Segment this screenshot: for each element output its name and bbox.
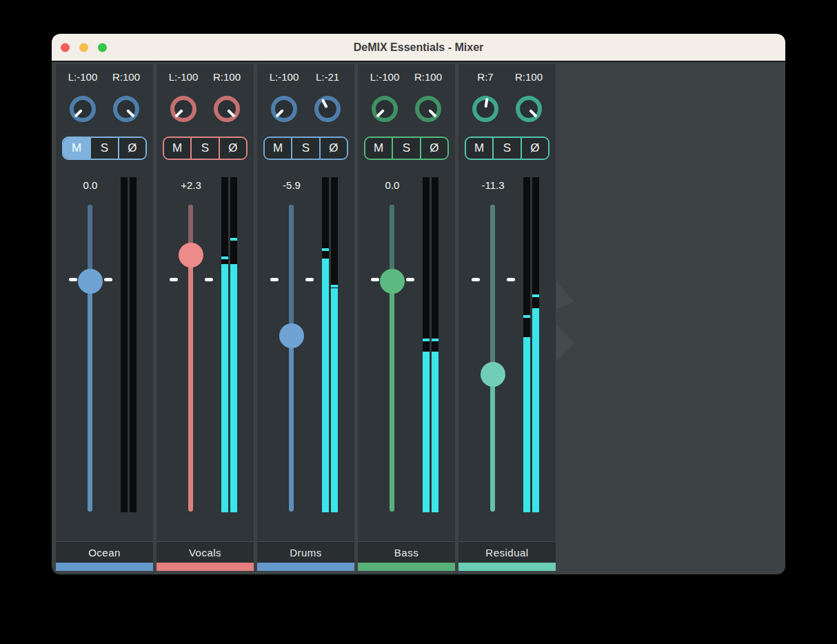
zero-db-tick-right [507,278,515,281]
knob-needle [310,91,345,126]
pan-left-value: L:-100 [260,71,308,83]
pan-knob-right[interactable] [113,96,139,122]
fader-handle[interactable] [279,323,304,348]
meter-left-peak [423,339,430,341]
channel-color-bar [458,563,556,571]
solo-button[interactable]: S [291,138,319,159]
mute-button[interactable]: M [365,138,392,159]
phase-button[interactable]: Ø [420,138,447,159]
channel-name: Bass [358,541,455,563]
meter-left [322,177,329,512]
channel-name: Vocals [157,541,254,563]
meter-right-peak [331,285,338,288]
meter-right [331,177,338,512]
gain-value: 0.0 [365,179,420,191]
zero-db-tick-left [69,278,77,281]
fader-handle[interactable] [78,269,103,294]
fader-handle[interactable] [481,362,505,387]
solo-button[interactable]: S [90,138,117,159]
meter-right-fill [432,352,438,512]
fader-track-upper [490,205,495,374]
fader-track[interactable] [390,205,394,512]
solo-button[interactable]: S [392,138,419,159]
mute-button[interactable]: M [466,138,492,159]
meter-right-fill [331,288,338,512]
level-meters [121,177,137,512]
pan-knob-right[interactable] [214,96,240,122]
gain-value: -11.3 [465,179,521,191]
pan-knob-left[interactable] [372,96,398,122]
zero-db-tick-left [270,278,279,281]
meter-right [532,177,539,512]
channel-name: Drums [257,541,354,563]
fader-track[interactable] [490,205,495,512]
pan-knob-left[interactable] [271,96,297,122]
zero-db-tick-right [205,278,213,281]
zero-db-tick-right [104,278,112,281]
meter-right [230,177,237,512]
strips: L:-100 R:100 M S Ø 0.0 [56,64,556,571]
level-meters [221,177,238,512]
fader-track[interactable] [289,205,294,512]
knob-needle [470,94,501,124]
pan-knob-left[interactable] [170,96,196,122]
traffic-lights [61,43,107,52]
pan-knob-right[interactable] [516,96,542,122]
pan-right-value: R:100 [404,71,452,83]
meter-right-fill [230,264,237,512]
channel-color-bar [257,563,354,571]
zoom-button[interactable] [98,43,107,52]
solo-button[interactable]: S [190,138,218,159]
gain-value: 0.0 [63,179,118,191]
phase-button[interactable]: Ø [521,138,548,159]
pan-left-value: R:7 [461,71,510,83]
solo-button[interactable]: S [492,138,520,159]
knob-needle [108,90,145,128]
pan-right-value: R:100 [505,71,553,83]
gain-value: -5.9 [264,179,319,191]
knob-needle [208,90,245,128]
channel-strip-vocals: L:-100 R:100 M S Ø +2.3 [157,64,254,571]
knob-needle [64,90,101,128]
meter-left-fill [523,337,530,512]
meter-left-fill [423,352,430,512]
pan-left-value: L:-100 [361,71,409,83]
zero-db-tick-right [406,278,414,281]
fader-track[interactable] [88,205,92,512]
meter-left [523,177,530,512]
pan-knob-left[interactable] [70,96,96,122]
meter-left-fill [221,264,228,512]
fader-handle[interactable] [179,243,203,268]
meter-left [121,177,128,512]
mute-button[interactable]: M [164,138,190,159]
pan-knob-right[interactable] [415,96,441,122]
channel-strip-residual: R:7 R:100 M S Ø -11.3 [458,64,556,571]
mute-solo-phase-group: M S Ø [465,137,549,160]
meter-right [432,177,438,512]
zero-db-tick-left [472,278,480,281]
phase-button[interactable]: Ø [118,138,145,159]
phase-button[interactable]: Ø [319,138,347,159]
gain-value: +2.3 [163,179,219,191]
pan-right-value: R:100 [203,71,251,83]
channel-color-bar [358,563,455,571]
app-window: DeMIX Essentials - Mixer L:-100 R:100 M … [52,34,785,574]
level-meters [423,177,439,512]
zero-db-tick-left [371,278,379,281]
mute-button[interactable]: M [265,138,291,159]
channel-strip-bass: L:-100 R:100 M S Ø 0.0 [358,64,455,571]
meter-left [221,177,228,512]
meter-left-peak [322,248,329,251]
pan-knob-left[interactable] [472,96,498,122]
channel-name: Residual [458,541,556,563]
mute-button[interactable]: M [63,138,90,159]
phase-button[interactable]: Ø [219,138,246,159]
pan-knob-right[interactable] [314,96,341,122]
meter-right-peak [230,238,237,241]
meter-left-fill [322,259,329,512]
pan-right-value: R:100 [102,71,150,83]
fader-handle[interactable] [380,269,405,294]
minimize-button[interactable] [79,43,88,52]
channel-strip-ocean: L:-100 R:100 M S Ø 0.0 [56,64,153,571]
close-button[interactable] [61,43,70,52]
